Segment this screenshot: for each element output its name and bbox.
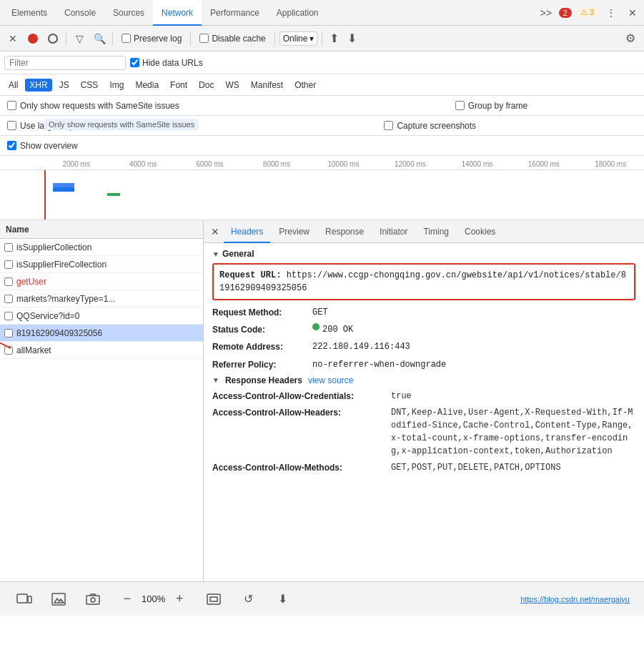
type-btn-manifest[interactable]: Manifest [247, 79, 287, 92]
general-section-title[interactable]: ▼ General [212, 249, 635, 259]
list-item-checkbox-3[interactable] [4, 277, 13, 286]
search-icon[interactable]: 🔍 [91, 30, 108, 47]
detail-panel: ✕ Headers Preview Response Initiator Tim… [204, 220, 644, 581]
type-btn-font[interactable]: Font [166, 79, 192, 92]
referrer-policy-row: Referrer Policy: no-referrer-when-downgr… [212, 358, 635, 372]
capture-screenshots-checkbox[interactable]: Capture screenshots [384, 121, 476, 131]
tab-elements[interactable]: Elements [3, 0, 56, 26]
request-url-box: Request URL: https://www.ccgp-chongqing.… [212, 263, 635, 300]
tab-sources[interactable]: Sources [104, 0, 153, 26]
tick-8: 16000 ms [510, 160, 577, 169]
devtools-tab-bar: Elements Console Sources Network Perform… [0, 0, 644, 26]
type-btn-doc[interactable]: Doc [194, 79, 218, 92]
preserve-log-checkbox[interactable]: Preserve log [117, 32, 186, 45]
close-icon[interactable]: ✕ [624, 4, 641, 21]
list-item[interactable]: QQService?id=0 [0, 307, 203, 325]
bottom-icon-1[interactable] [14, 589, 34, 609]
group-by-frame-checkbox[interactable]: Group by frame [455, 101, 527, 111]
tab-performance[interactable]: Performance [202, 0, 268, 26]
detail-tab-cookies[interactable]: Cookies [457, 220, 502, 243]
tab-console[interactable]: Console [56, 0, 104, 26]
preserve-log-input[interactable] [122, 34, 131, 43]
tick-6: 12000 ms [377, 160, 443, 169]
type-btn-media[interactable]: Media [131, 79, 163, 92]
view-source-link[interactable]: view source [308, 375, 353, 385]
type-btn-xhr[interactable]: XHR [25, 79, 51, 92]
disable-cache-input[interactable] [199, 34, 209, 43]
bottom-icon-5[interactable] [204, 589, 224, 609]
status-code-row: Status Code: 200 OK [212, 323, 635, 337]
close-detail-icon[interactable]: ✕ [208, 225, 222, 239]
more-menu-icon[interactable]: ⋮ [603, 4, 620, 21]
large-rows-checkbox[interactable]: Use large request rows [7, 121, 108, 131]
list-item-checkbox-4[interactable] [4, 295, 13, 303]
list-item-checkbox-2[interactable] [4, 260, 13, 269]
access-control-headers-value: DNT,Keep-Alive,User-Agent,X-Requested-Wi… [391, 406, 635, 458]
stop-circle [48, 34, 58, 44]
list-item-checkbox-1[interactable] [4, 243, 13, 252]
tab-network[interactable]: Network [153, 0, 202, 26]
list-item[interactable]: isSupplierCollection [0, 239, 203, 256]
list-item-checkbox-6[interactable] [4, 329, 13, 338]
type-btn-css[interactable]: CSS [76, 79, 103, 92]
close-panel-icon[interactable]: ✕ [4, 30, 21, 47]
upload-icon[interactable]: ⬆ [327, 30, 342, 46]
toolbar-divider-1 [66, 31, 66, 46]
type-btn-img[interactable]: Img [105, 79, 128, 92]
section-arrow-general: ▼ [212, 250, 219, 258]
referrer-policy-label: Referrer Policy: [212, 358, 312, 372]
detail-tab-initiator[interactable]: Initiator [372, 220, 415, 243]
list-item[interactable]: allMarket [0, 342, 203, 359]
stop-icon[interactable] [44, 30, 61, 47]
more-tabs-icon[interactable]: >> [538, 4, 555, 21]
error-badge: 2 [559, 8, 572, 18]
type-btn-other[interactable]: Other [290, 79, 320, 92]
hide-data-urls-checkbox[interactable]: Hide data URLs [130, 58, 203, 68]
type-btn-js[interactable]: JS [55, 79, 74, 92]
tab-application[interactable]: Application [268, 0, 327, 26]
filter-bar: Hide data URLs [0, 51, 644, 74]
timeline-bar-green [107, 193, 120, 196]
remote-address-row: Remote Address: 222.180.149.116:443 [212, 340, 635, 354]
zoom-out-icon[interactable]: − [117, 589, 137, 609]
list-item-selected[interactable]: 819162909409325056 [0, 325, 203, 342]
samesite-input[interactable] [7, 101, 16, 110]
list-item[interactable]: markets?markeyType=1... [0, 290, 203, 307]
show-overview-checkbox[interactable]: Show overview [7, 141, 78, 151]
show-overview-input[interactable] [7, 141, 16, 150]
detail-tab-preview[interactable]: Preview [272, 220, 317, 243]
status-dot-icon [312, 323, 319, 330]
list-item-checkbox-7[interactable] [4, 346, 13, 355]
detail-tab-headers[interactable]: Headers [224, 220, 270, 243]
filter-icon[interactable]: ▽ [71, 30, 88, 47]
list-item-getuser[interactable]: getUser [0, 273, 203, 290]
gear-icon[interactable]: ⚙ [621, 30, 640, 46]
tick-4: 8000 ms [243, 160, 309, 169]
list-item[interactable]: isSupplierFireCollection [0, 256, 203, 273]
detail-tab-response[interactable]: Response [318, 220, 371, 243]
detail-tab-timing[interactable]: Timing [416, 220, 456, 243]
bottom-icon-3[interactable] [83, 589, 103, 609]
list-item-checkbox-5[interactable] [4, 312, 13, 320]
type-btn-all[interactable]: All [4, 79, 22, 92]
online-select[interactable]: Online ▾ [279, 31, 318, 46]
disable-cache-checkbox[interactable]: Disable cache [195, 32, 269, 45]
record-icon[interactable] [24, 30, 41, 47]
type-btn-ws[interactable]: WS [221, 79, 243, 92]
samesite-checkbox[interactable]: Only show requests with SameSite issues [7, 101, 179, 111]
bottom-icon-2[interactable] [49, 589, 69, 609]
detail-tabs: ✕ Headers Preview Response Initiator Tim… [204, 220, 644, 243]
bottom-download-icon[interactable]: ⬇ [272, 589, 292, 609]
request-url-value: https://www.ccgp-chongqing.gov.cn/gwebsi… [219, 270, 626, 293]
capture-screenshots-input[interactable] [384, 121, 393, 130]
status-code-value: 200 OK [322, 323, 353, 337]
zoom-in-icon[interactable]: + [169, 589, 189, 609]
download-icon[interactable]: ⬇ [345, 30, 360, 46]
filter-input[interactable] [4, 56, 126, 70]
hide-data-urls-input[interactable] [130, 58, 139, 67]
group-by-frame-input[interactable] [455, 101, 465, 110]
bottom-link[interactable]: https://blog.csdn.net/maergaiyu [520, 595, 630, 604]
referrer-policy-value: no-referrer-when-downgrade [312, 358, 446, 372]
large-rows-input[interactable] [7, 121, 16, 130]
rotate-icon[interactable]: ↺ [238, 589, 258, 609]
